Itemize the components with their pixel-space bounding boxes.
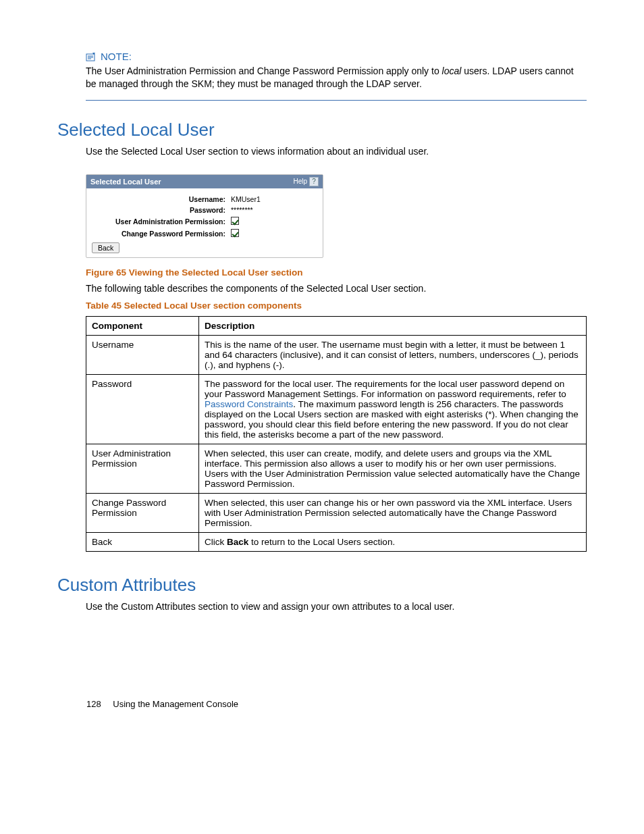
page-number: 128	[86, 699, 101, 709]
cell-description: When selected, this user can create, mod…	[199, 444, 587, 493]
note-label: NOTE:	[101, 51, 132, 62]
figure-caption: Figure 65 Viewing the Selected Local Use…	[86, 267, 587, 278]
table-row: Password The password for the local user…	[86, 374, 587, 444]
chapter-title: Using the Management Console	[113, 699, 238, 709]
cell-component: Username	[86, 335, 199, 374]
label-username: Username:	[90, 195, 231, 203]
table-row: Change Password Permission When selected…	[86, 493, 587, 532]
row-user-admin-permission: User Administration Permission:	[90, 215, 319, 228]
password-constraints-link[interactable]: Password Constraints	[205, 399, 293, 409]
table-row: Back Click Back to return to the Local U…	[86, 532, 587, 551]
page-footer: 128 Using the Management Console	[86, 699, 238, 709]
cell-component: Back	[86, 532, 199, 551]
note-italic: local	[442, 66, 462, 76]
th-component: Component	[86, 316, 199, 335]
help-icon: ?	[309, 177, 319, 186]
value-password: ********	[231, 206, 319, 214]
cell-component: User Administration Permission	[86, 444, 199, 493]
table-row: Username This is the name of the user. T…	[86, 335, 587, 374]
cell-component: Password	[86, 374, 199, 444]
note-icon	[86, 52, 97, 61]
value-username: KMUser1	[231, 195, 319, 203]
desc-pre: Click	[205, 537, 227, 547]
row-password: Password: ********	[90, 205, 319, 215]
table-header-row: Component Description	[86, 316, 587, 335]
value-cpp	[231, 229, 319, 238]
cell-description: This is the name of the user. The userna…	[199, 335, 587, 374]
checkbox-cpp-checked-icon	[231, 229, 239, 237]
desc-post: to return to the Local Users section.	[248, 537, 395, 547]
table-caption: Table 45 Selected Local User section com…	[86, 301, 587, 311]
value-uap	[231, 217, 319, 226]
divider	[86, 100, 587, 101]
label-uap: User Administration Permission:	[90, 217, 231, 226]
section-intro-2: Use the Custom Attributes section to vie…	[86, 601, 587, 612]
table-intro: The following table describes the compon…	[86, 283, 587, 294]
cell-description: When selected, this user can change his …	[199, 493, 587, 532]
table-row: User Administration Permission When sele…	[86, 444, 587, 493]
cell-component: Change Password Permission	[86, 493, 199, 532]
note-block: NOTE: The User Administration Permission…	[86, 51, 587, 90]
note-text-1: The User Administration Permission and C…	[86, 66, 442, 76]
note-body: The User Administration Permission and C…	[86, 65, 587, 90]
note-header: NOTE:	[86, 51, 587, 62]
desc-bold: Back	[227, 537, 248, 547]
section-title-selected-local-user: Selected Local User	[57, 120, 587, 140]
panel-header: Selected Local User Help ?	[86, 175, 323, 188]
th-description: Description	[199, 316, 587, 335]
panel-body: Username: KMUser1 Password: ******** Use…	[86, 188, 323, 257]
label-password: Password:	[90, 206, 231, 214]
section-title-custom-attributes: Custom Attributes	[57, 575, 587, 596]
label-cpp: Change Password Permission:	[90, 230, 231, 238]
row-username: Username: KMUser1	[90, 194, 319, 205]
row-change-password-permission: Change Password Permission:	[90, 228, 319, 240]
help-link[interactable]: Help ?	[293, 177, 319, 186]
cell-description: Click Back to return to the Local Users …	[199, 532, 587, 551]
checkbox-uap-checked-icon	[231, 217, 239, 225]
back-button[interactable]: Back	[92, 242, 119, 253]
desc-pre: The password for the local user. The req…	[205, 379, 566, 399]
section-intro-1: Use the Selected Local User section to v…	[86, 146, 587, 157]
help-label: Help	[293, 178, 307, 185]
cell-description: The password for the local user. The req…	[199, 374, 587, 444]
components-table: Component Description Username This is t…	[86, 316, 587, 552]
panel-title: Selected Local User	[90, 178, 161, 186]
selected-local-user-panel: Selected Local User Help ? Username: KMU…	[86, 174, 323, 258]
